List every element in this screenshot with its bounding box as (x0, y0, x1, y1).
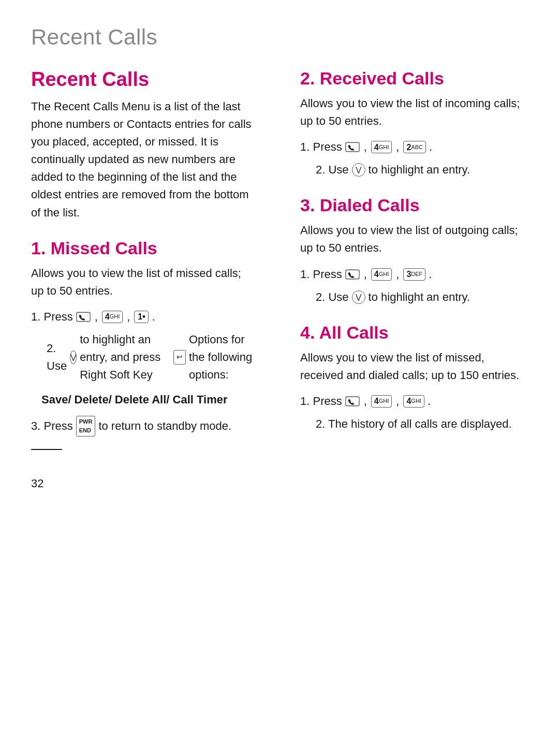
all-step1-prefix: 1. Press (300, 392, 342, 410)
right-soft-key-missed: ↩ (173, 350, 186, 365)
received-step2-suffix: to highlight an entry. (369, 161, 470, 179)
missed-calls-step3: 3. Press PWREND to return to standby mod… (31, 416, 254, 437)
right-column: 2. Received Calls Allows you to view the… (295, 68, 528, 467)
missed-calls-title: 1. Missed Calls (31, 238, 254, 258)
missed-calls-step1: 1. Press , 4GHI , 1■ . (31, 308, 254, 326)
received-step2-prefix: 2. Use (316, 161, 349, 179)
nav-key-dialed: ⋁ (352, 290, 365, 304)
nav-key-missed: ⋁ (70, 351, 77, 364)
recent-calls-title: Recent Calls (31, 68, 254, 91)
all-step1: 1. Press , 4GHI , 4GHI . (300, 392, 528, 410)
all-comma2: , (396, 392, 399, 410)
rec-comma2: , (396, 138, 399, 156)
call-key-received (345, 142, 360, 152)
missed-calls-options: Save/ Delete/ Delete All/ Call Timer (41, 391, 254, 409)
dialed-step2-suffix: to highlight an entry. (369, 288, 470, 306)
dialed-step1-prefix: 1. Press (300, 266, 342, 283)
step3-prefix: 3. Press (31, 417, 73, 435)
dialed-calls-body: Allows you to view the list of outgoing … (300, 222, 528, 257)
key-4ghi-dialed: 4GHI (371, 268, 392, 281)
step2-2-prefix: 2. Use (47, 340, 67, 375)
rec-comma1: , (364, 138, 367, 156)
received-calls-body: Allows you to view the list of incoming … (300, 95, 528, 130)
all-step2-text: 2. The history of all calls are displaye… (316, 415, 512, 433)
step2-2-options: Options for the following options: (189, 331, 254, 384)
page-header: Recent Calls (31, 25, 528, 50)
section-received-calls: 2. Received Calls Allows you to view the… (300, 68, 528, 179)
key-1-missed: 1■ (134, 311, 149, 323)
key-3def-dialed: 3DEF (403, 268, 425, 281)
received-step1: 1. Press , 4GHI , 2ABC . (300, 138, 528, 156)
step3-suffix: to return to standby mode. (98, 417, 231, 435)
rec-period: . (429, 138, 432, 156)
all-period: . (428, 392, 431, 410)
section-missed-calls: 1. Missed Calls Allows you to view the l… (31, 238, 254, 450)
dial-comma1: , (364, 266, 367, 283)
all-calls-title: 4. All Calls (300, 323, 528, 343)
key-4ghi-all2: 4GHI (403, 395, 424, 408)
end-key-missed: PWREND (76, 416, 96, 437)
dialed-calls-title: 3. Dialed Calls (300, 195, 528, 215)
dial-comma2: , (396, 266, 399, 283)
dialed-step2-prefix: 2. Use (316, 288, 349, 306)
key-4ghi-missed: 4GHI (102, 311, 123, 323)
left-column: Recent Calls The Recent Calls Menu is a … (31, 68, 264, 467)
comma1: , (95, 308, 98, 326)
section-divider (31, 449, 62, 450)
recent-calls-body: The Recent Calls Menu is a list of the l… (31, 98, 254, 222)
section-dialed-calls: 3. Dialed Calls Allows you to view the l… (300, 195, 528, 306)
received-step1-prefix: 1. Press (300, 138, 342, 156)
key-4ghi-received: 4GHI (371, 141, 392, 153)
call-key-icon (76, 312, 91, 322)
call-key-all (345, 396, 360, 406)
dial-period: . (429, 266, 432, 283)
period1: . (152, 308, 155, 326)
step2-2-suffix: to highlight an entry, and press Right S… (80, 331, 170, 384)
received-calls-title: 2. Received Calls (300, 68, 528, 89)
comma2: , (127, 308, 130, 326)
section-all-calls: 4. All Calls Allows you to view the list… (300, 323, 528, 433)
all-comma1: , (364, 392, 367, 410)
step1-prefix: 1. Press (31, 308, 73, 326)
section-recent-calls: Recent Calls The Recent Calls Menu is a … (31, 68, 254, 222)
nav-key-received: ⋁ (352, 163, 365, 177)
dialed-step1: 1. Press , 4GHI , 3DEF . (300, 266, 528, 283)
all-calls-body: Allows you to view the list of missed, r… (300, 349, 528, 384)
dialed-step2: 2. Use ⋁ to highlight an entry. (300, 288, 528, 306)
key-2abc-received: 2ABC (403, 141, 426, 153)
key-4ghi-all1: 4GHI (371, 395, 392, 408)
received-step2: 2. Use ⋁ to highlight an entry. (300, 161, 528, 179)
missed-calls-step2: 2. Use ⋁ to highlight an entry, and pres… (31, 331, 254, 384)
missed-calls-body: Allows you to view the list of missed ca… (31, 265, 254, 300)
all-step2: 2. The history of all calls are displaye… (300, 415, 528, 433)
call-key-dialed (345, 269, 360, 280)
page-number: 32 (31, 477, 528, 490)
